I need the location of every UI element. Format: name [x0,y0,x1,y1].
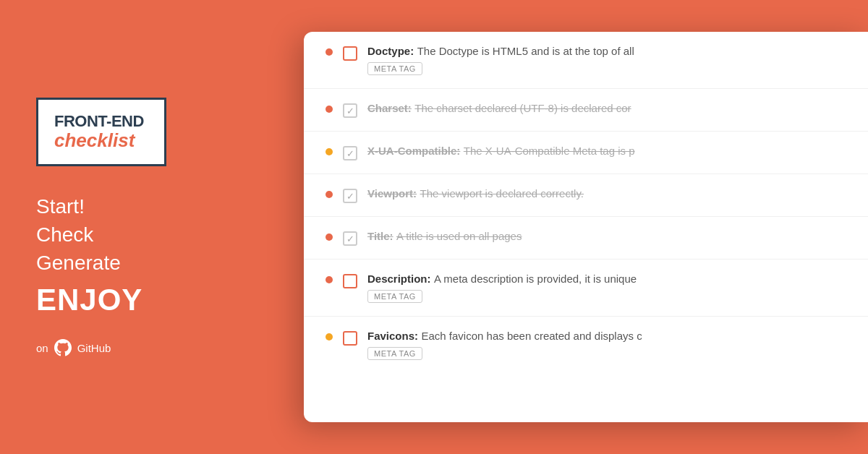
checklist-item-charset: Charset: The charset declared (UTF-8) is… [304,89,868,132]
dot-favicons [326,333,333,340]
meta-tag-badge-favicons: META TAG [367,347,422,360]
item-title-favicons: Favicons: [367,330,418,342]
checkbox-charset[interactable] [343,103,357,118]
item-title-viewport: Viewport: [367,187,417,200]
item-row-viewport: Viewport: The viewport is declared corre… [367,187,846,200]
meta-tag-badge-description: META TAG [367,290,422,303]
checklist-item-doctype: Doctype: The Doctype is HTML5 and is at … [304,32,868,89]
meta-tag-badge-doctype: META TAG [367,62,422,75]
github-link[interactable]: on GitHub [36,339,111,356]
item-desc-favicons: Each favicon has been created and displa… [421,330,642,342]
item-desc-viewport: The viewport is declared correctly. [420,187,584,200]
checklist-card: Doctype: The Doctype is HTML5 and is at … [304,32,868,422]
item-row-description: Description: A meta description is provi… [367,273,846,286]
checklist-item-viewport: Viewport: The viewport is declared corre… [304,174,868,217]
right-panel: Doctype: The Doctype is HTML5 and is at … [304,0,868,454]
dot-charset [326,106,333,113]
item-content-doctype: Doctype: The Doctype is HTML5 and is at … [367,45,846,75]
tagline-line1: Start! [36,195,85,218]
checklist-item-xua: X-UA-Compatible: The X-UA-Compatible Met… [304,132,868,174]
item-row-favicons: Favicons: Each favicon has been created … [367,330,846,343]
logo-front-end: FRONT-END [54,113,148,130]
checklist-item-description: Description: A meta description is provi… [304,260,868,317]
item-row-xua: X-UA-Compatible: The X-UA-Compatible Met… [367,145,846,158]
tagline-line2: Check [36,223,93,246]
item-title-xua: X-UA-Compatible: [367,145,460,157]
checkbox-favicons[interactable] [343,331,357,346]
checklist-item-favicons: Favicons: Each favicon has been created … [304,317,868,373]
item-title-doctype: Doctype: [367,45,414,57]
github-on-label: on [36,342,48,354]
item-row-charset: Charset: The charset declared (UTF-8) is… [367,102,846,115]
item-desc-description: A meta description is provided, it is un… [434,273,637,285]
logo-checklist: checklist [54,130,148,151]
tagline-line3: Generate [36,252,121,274]
item-row-title: Title: A title is used on all pages [367,230,846,243]
item-title-title: Title: [367,230,393,242]
item-desc-title: A title is used on all pages [396,230,522,242]
item-row-doctype: Doctype: The Doctype is HTML5 and is at … [367,45,846,58]
checklist-inner: Doctype: The Doctype is HTML5 and is at … [304,32,868,422]
checkbox-xua[interactable] [343,146,357,160]
item-title-charset: Charset: [367,102,412,114]
dot-title [326,234,333,241]
dot-description [326,276,333,283]
logo-box: FRONT-END checklist [36,98,166,166]
item-title-description: Description: [367,273,431,285]
tagline: Start! Check Generate [36,192,121,278]
item-desc-charset: The charset declared (UTF-8) is declared… [414,102,631,114]
checkbox-viewport[interactable] [343,189,357,203]
checklist-item-title: Title: A title is used on all pages [304,217,868,260]
item-desc-xua: The X-UA-Compatible Meta tag is p [464,145,635,157]
dot-viewport [326,191,333,198]
item-content-title: Title: A title is used on all pages [367,230,846,243]
tagline-enjoy: ENJOY [36,283,142,317]
item-content-viewport: Viewport: The viewport is declared corre… [367,187,846,200]
checkbox-doctype[interactable] [343,46,357,61]
dot-doctype [326,48,333,56]
item-content-charset: Charset: The charset declared (UTF-8) is… [367,102,846,115]
item-desc-doctype: The Doctype is HTML5 and is at the top o… [417,45,634,57]
dot-xua [326,148,333,155]
item-content-favicons: Favicons: Each favicon has been created … [367,330,846,360]
left-panel: FRONT-END checklist Start! Check Generat… [0,0,304,454]
checkbox-description[interactable] [343,274,357,288]
github-label: GitHub [77,342,111,354]
checkbox-title[interactable] [343,231,357,246]
github-icon [54,339,72,356]
item-content-description: Description: A meta description is provi… [367,273,846,303]
item-content-xua: X-UA-Compatible: The X-UA-Compatible Met… [367,145,846,158]
